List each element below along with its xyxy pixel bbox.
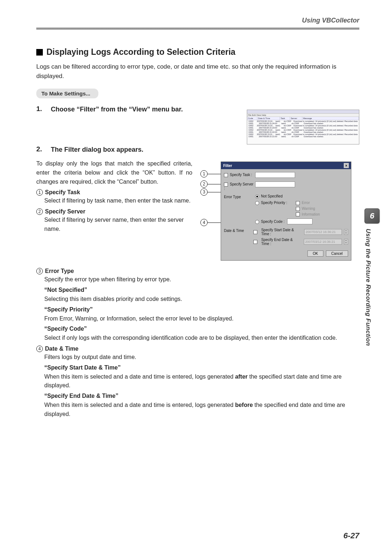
log-col-task: Task [280, 117, 290, 120]
item-2-title: Specify Server [45, 208, 85, 215]
log-col-date: Date & Time [257, 117, 280, 120]
circle-1-icon: 1 [36, 189, 43, 196]
specify-code-text: Select if only logs with the correspondi… [44, 334, 359, 343]
start-date-label: Specify Start Date & Time : [261, 228, 302, 236]
item-2-heading: 2 Specify Server [36, 208, 192, 215]
specify-code-radio[interactable] [255, 220, 259, 224]
server-checkbox[interactable] [224, 183, 228, 187]
end-date-field[interactable]: 2007/03/12 16:36:21 [304, 239, 342, 245]
item-3-heading: 3 Error Type [36, 268, 359, 274]
not-specified-label: Not Specified [261, 194, 282, 198]
item-1-text: Select if filtering by task name, then e… [44, 196, 192, 205]
log-menubar: File Edit View Help [247, 114, 359, 117]
pri-info-checkbox[interactable] [296, 212, 300, 216]
item-3-title: Error Type [45, 268, 74, 274]
code-input[interactable] [287, 219, 313, 224]
start-date-field[interactable]: 2007/03/12 16:36:21 [304, 229, 342, 235]
item-1-title: Specify Task [45, 189, 80, 196]
step-1-text: Choose “Filter” from the “View” menu bar… [51, 105, 183, 114]
not-specified-heading: “Not Specified” [44, 286, 359, 295]
task-checkbox[interactable] [224, 173, 228, 177]
step-1-number: 1. [36, 105, 45, 113]
dialog-title: Filter [223, 164, 232, 168]
specify-code-label: Specify Code : [261, 220, 285, 224]
callout-1-icon: 1 [200, 170, 208, 177]
specify-code-heading: “Specify Code” [44, 325, 359, 334]
item-3-text: Specify the error type when filtering by… [44, 275, 359, 284]
item-2-text: Select if filtering by server name, then… [44, 216, 192, 234]
pri-warning-label: Warning [302, 207, 315, 211]
pri-info-label: Information [302, 212, 320, 216]
end-date-checkbox[interactable] [253, 240, 257, 244]
circle-2-icon: 2 [36, 208, 43, 215]
filter-dialog-figure: 1 2 3 4 Filter × [200, 162, 353, 261]
start-date-spinner[interactable]: ▲▼ [344, 229, 348, 235]
log-viewer-screenshot: File Edit View Help Code Date & Time Tas… [247, 110, 359, 144]
log-header-row: Code Date & Time Task Server Message [247, 117, 359, 120]
callout-4-icon: 4 [200, 219, 208, 226]
title-bullet-icon [36, 49, 43, 56]
header-rule [36, 28, 359, 30]
settings-pill: To Make Settings... [36, 89, 98, 98]
log-col-msg: Message [302, 117, 359, 120]
filter-dialog: Filter × Specify Task : Specify Server : [221, 162, 351, 261]
side-tab-text: Using the Picture Recording Function [364, 229, 372, 346]
chapter-badge: 6 [364, 208, 380, 224]
server-row: Specify Server : [224, 181, 348, 191]
side-tab: 6 Using the Picture Recording Function [364, 208, 380, 390]
circle-4-icon: 4 [36, 346, 43, 352]
lead-paragraph: Logs can be filtered according to error … [36, 62, 359, 81]
title-text: Displaying Logs According to Selection C… [46, 47, 236, 57]
end-date-spinner[interactable]: ▲▼ [344, 239, 348, 245]
start-date-text: When this item is selected and a date an… [44, 372, 359, 391]
error-row: Error Type Not Specified Specify Priorit… [224, 194, 348, 224]
log-titlebar [247, 110, 359, 114]
log-col-code: Code [247, 117, 257, 120]
end-date-heading: “Specify End Date & Time” [44, 392, 359, 401]
start-date-heading: “Specify Start Date & Time” [44, 363, 359, 372]
end-date-text: When this item is selected and a date an… [44, 401, 359, 419]
cancel-button[interactable]: Cancel [326, 250, 348, 257]
log-col-server: Server [290, 117, 302, 120]
dialog-titlebar: Filter × [221, 162, 351, 169]
page-title: Displaying Logs According to Selection C… [36, 47, 359, 57]
item-4-heading: 4 Date & Time [36, 346, 359, 352]
task-label: Specify Task : [230, 173, 252, 177]
datetime-label: Date & Time [224, 228, 253, 233]
circle-3-icon: 3 [36, 268, 43, 274]
not-specified-text: Selecting this item disables priority an… [44, 295, 359, 304]
item-4-title: Date & Time [45, 346, 78, 352]
close-icon[interactable]: × [344, 163, 349, 168]
start-date-checkbox[interactable] [253, 230, 257, 234]
item-4-text: Filters logs by output date and time. [44, 353, 359, 362]
step-2-paragraph: To display only the logs that match the … [36, 159, 192, 186]
pri-error-label: Error [302, 201, 310, 205]
step-2-text: The Filter dialog box appears. [51, 145, 143, 154]
step-2: 2. The Filter dialog box appears. [36, 145, 359, 154]
specify-priority-text: From Error, Warning, or Information, sel… [44, 314, 359, 323]
callout-2-icon: 2 [200, 180, 208, 188]
step-2-number: 2. [36, 145, 45, 153]
task-input[interactable] [255, 172, 295, 178]
pri-warning-checkbox[interactable] [296, 207, 300, 211]
task-row: Specify Task : [224, 172, 348, 178]
specify-priority-radio[interactable] [255, 201, 259, 205]
server-input[interactable] [255, 181, 295, 187]
log-row: D0012007/03/28 15:21:00task1vb-C50FDownl… [247, 135, 359, 138]
specify-priority-label: Specify Priority : [261, 201, 287, 205]
pri-error-checkbox[interactable] [296, 201, 300, 205]
section-header: Using VBCollector [302, 17, 359, 24]
end-date-label: Specify End Date & Time : [261, 238, 302, 246]
page-number: 6-27 [343, 531, 359, 540]
item-1-heading: 1 Specify Task [36, 189, 192, 196]
callout-3-icon: 3 [200, 188, 208, 196]
ok-button[interactable]: OK [307, 250, 323, 257]
server-label: Specify Server : [224, 182, 253, 191]
datetime-row: Date & Time Specify Start Date & Time : … [224, 228, 348, 248]
not-specified-radio[interactable] [255, 195, 259, 199]
specify-priority-heading: “Specify Priority” [44, 305, 359, 314]
error-label: Error Type [224, 194, 255, 199]
